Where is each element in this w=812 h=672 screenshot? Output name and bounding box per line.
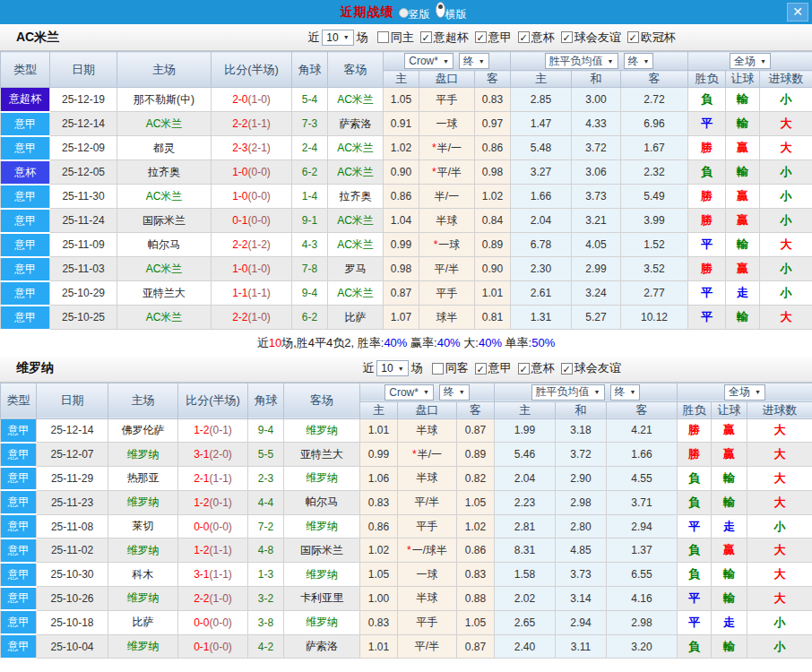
- sub-column-header: 盘口: [398, 401, 457, 418]
- handicap-result-cell: 輸: [712, 563, 747, 587]
- match-row: 意甲25-11-08莱切0-0(0-0)7-2维罗纳0.86平手1.022.81…: [1, 514, 812, 538]
- competition-cell: 意甲: [1, 306, 50, 330]
- handicap-cell: 平/半: [419, 257, 475, 281]
- same-venue-checkbox[interactable]: [432, 363, 444, 375]
- date-cell: 25-10-25: [50, 306, 117, 330]
- competition-checkbox[interactable]: ✓: [627, 31, 639, 43]
- competition-checkbox[interactable]: ✓: [518, 31, 530, 43]
- competition-cell: 意甲: [1, 490, 37, 514]
- result-cell: 負: [678, 563, 712, 587]
- odds-final-select[interactable]: 终▼: [459, 53, 489, 69]
- handicap-odds-group: Crow*▼终▼: [384, 53, 510, 69]
- competition-checkbox-label[interactable]: 欧冠杯: [641, 30, 676, 46]
- home-odds-cell: 0.83: [360, 610, 398, 634]
- handicap-cell: 一球: [398, 563, 457, 587]
- layout-radio-label-horizontal[interactable]: 横版: [445, 8, 467, 21]
- home-team-cell: 那不勒斯(中): [117, 88, 212, 112]
- competition-checkbox[interactable]: ✓: [518, 363, 530, 375]
- odds-source-select[interactable]: Crow*▼: [404, 53, 454, 69]
- fulltime-score: 2-2: [232, 311, 247, 323]
- avg-home-cell: 1.99: [495, 418, 556, 443]
- date-cell: 25-11-30: [50, 185, 117, 209]
- dropdown-arrow-icon: ▼: [594, 389, 600, 395]
- score-cell: 2-2(1-1): [212, 112, 292, 136]
- competition-checkbox[interactable]: ✓: [420, 31, 432, 43]
- close-button[interactable]: ✕: [787, 3, 808, 22]
- avg-draw-cell: 3.21: [572, 209, 621, 233]
- fulltime-select[interactable]: 全场▼: [724, 384, 765, 401]
- competition-checkbox[interactable]: ✓: [561, 31, 573, 43]
- away-odds-cell: 0.86: [457, 538, 495, 563]
- same-venue-label[interactable]: 同主: [391, 30, 414, 46]
- summary-part: 单率:: [502, 335, 531, 351]
- odds-source-select[interactable]: Crow*▼: [384, 384, 434, 401]
- same-venue-checkbox[interactable]: [377, 31, 389, 43]
- handicap-text: 半/一: [418, 448, 442, 461]
- avg-home-cell: 5.48: [511, 136, 572, 160]
- competition-checkbox[interactable]: ✓: [475, 31, 487, 43]
- handicap-result-cell: 走: [726, 281, 760, 306]
- result-cell: 平: [688, 112, 726, 136]
- avg-home-cell: 1.58: [495, 563, 556, 587]
- layout-radio-vertical[interactable]: [399, 8, 409, 18]
- avg-home-cell: 1.47: [511, 112, 572, 136]
- halftime-score: (1-2): [248, 238, 271, 251]
- avg-final-select[interactable]: 终▼: [610, 384, 641, 401]
- competition-checkbox-label[interactable]: 球会友谊: [574, 360, 621, 376]
- sub-column-header: 客: [607, 401, 678, 418]
- home-team-cell: 维罗纳: [108, 538, 178, 563]
- avg-home-cell: 2.30: [511, 257, 572, 281]
- avg-select[interactable]: 胜平负均值▼: [545, 53, 618, 69]
- avg-away-cell: 4.21: [607, 418, 678, 443]
- avg-final-select[interactable]: 终▼: [624, 53, 654, 69]
- fulltime-score: 1-2: [194, 496, 209, 509]
- handicap-cell: 半球: [398, 467, 457, 491]
- avg-select[interactable]: 胜平负均值▼: [531, 384, 605, 401]
- same-venue-label[interactable]: 同客: [445, 360, 469, 376]
- goals-cell: 小: [747, 634, 812, 659]
- dropdown-arrow-icon: ▼: [398, 366, 404, 372]
- sub-column-header: 主: [360, 401, 398, 418]
- avg-draw-cell: 5.27: [572, 306, 621, 330]
- competition-checkbox[interactable]: ✓: [475, 363, 487, 375]
- sub-column-header: 主: [495, 401, 556, 418]
- score-cell: 0-0(0-0): [178, 610, 248, 634]
- avg-home-cell: 2.85: [511, 88, 572, 112]
- odds-final-select[interactable]: 终▼: [439, 384, 470, 401]
- away-odds-cell: 0.98: [475, 160, 511, 185]
- fulltime-score: 3-1: [194, 568, 209, 581]
- filter-controls: 近10▼场同主✓意超杯✓意甲✓意杯✓球会友谊✓欧冠杯: [168, 30, 812, 46]
- handicap-text: 平手: [436, 287, 458, 299]
- competition-checkbox-label[interactable]: 意杯: [531, 360, 555, 376]
- fulltime-score: 3-1: [194, 448, 209, 461]
- away-team-cell: 卡利亚里: [284, 587, 360, 611]
- changed-handicap-star-icon: *: [407, 544, 411, 556]
- sub-column-header: 主: [384, 71, 419, 88]
- home-team-cell: AC米兰: [117, 112, 212, 136]
- avg-draw-cell: 3.11: [556, 634, 607, 659]
- competition-checkbox-label[interactable]: 意杯: [531, 30, 555, 46]
- section-filterbar: AC米兰近10▼场同主✓意超杯✓意甲✓意杯✓球会友谊✓欧冠杯: [0, 24, 812, 51]
- layout-radio-horizontal[interactable]: [436, 2, 445, 18]
- competition-checkbox[interactable]: ✓: [561, 363, 573, 375]
- avg-away-cell: 6.55: [607, 563, 678, 587]
- away-team-cell: 维罗纳: [284, 418, 360, 443]
- competition-checkbox-label[interactable]: 意甲: [488, 360, 512, 376]
- competition-checkbox-label[interactable]: 意超杯: [434, 30, 469, 46]
- recent-count-select[interactable]: 10▼: [376, 360, 408, 376]
- competition-checkbox-label[interactable]: 球会友谊: [574, 30, 621, 46]
- sub-column-header: 让球: [726, 71, 760, 88]
- dropdown-arrow-icon: ▼: [479, 58, 485, 65]
- fulltime-select[interactable]: 全场▼: [730, 53, 771, 69]
- avg-home-cell: 2.23: [495, 490, 556, 514]
- competition-cell: 意甲: [1, 257, 50, 281]
- recent-count-select[interactable]: 10▼: [322, 30, 353, 46]
- corner-cell: 5-5: [248, 443, 284, 467]
- layout-radio-label-vertical[interactable]: 竖版: [409, 8, 430, 21]
- halftime-score: (0-1): [210, 496, 232, 509]
- handicap-cell: *半/一: [398, 443, 457, 467]
- avg-away-cell: 5.49: [621, 185, 688, 209]
- competition-checkbox-label[interactable]: 意甲: [488, 30, 512, 46]
- match-row: 意甲25-10-25AC米兰2-2(1-0)6-2比萨1.07球半0.811.3…: [1, 306, 812, 330]
- competition-cell: 意杯: [1, 160, 50, 185]
